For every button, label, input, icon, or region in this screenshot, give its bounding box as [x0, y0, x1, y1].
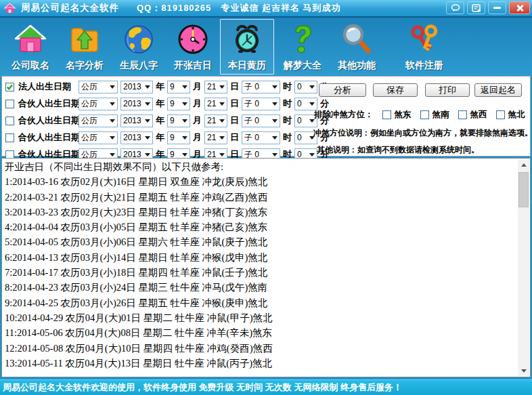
toolbar-label: 软件注册 [405, 60, 443, 72]
titlebar: 周易公司起名大全软件 QQ：819180265 专业诚信 起吉祥名 马到成功 [0, 0, 532, 18]
exclude-north-checkbox[interactable] [496, 110, 505, 119]
birthdate-row: 合伙人出生日期 公历 2013 年 9 月 21 日 子 0 时 0 分 [5, 97, 332, 110]
list-line: 5:2014-04-05 农历03月(小)06日 星期六 牡羊座 冲鼠(庚子)煞… [5, 234, 516, 249]
chevron-down-icon [182, 136, 187, 142]
calendar-select[interactable]: 公历 [79, 131, 118, 144]
unit-day: 日 [230, 81, 239, 93]
month-select[interactable]: 9 [167, 131, 190, 144]
year-select[interactable]: 2013 [120, 115, 153, 127]
birthdate-row: 合伙人出生日期 公历 2013 年 9 月 21 日 子 0 时 0 分 [5, 131, 332, 144]
toolbar-label: 本日黄历 [228, 60, 266, 72]
close-button[interactable] [509, 1, 530, 14]
row-checkbox[interactable] [5, 100, 14, 108]
app-house-icon [4, 3, 16, 14]
direction-note: 冲煞方位说明：例如坐向或方位为南方，就要排除煞南选项。 [313, 127, 532, 139]
list-text: 开业吉日（不同出生日期效果不同）以下只做参考: 1:2014-03-16 农历0… [5, 159, 516, 371]
toolbar-label: 开张吉日 [174, 60, 212, 72]
exclude-east-checkbox[interactable] [382, 110, 391, 119]
toolbar-item-other-functions[interactable]: 其他功能 [331, 19, 382, 75]
minute-select[interactable]: 0 [294, 98, 317, 110]
exclude-south-checkbox[interactable] [420, 110, 429, 119]
unit-year: 年 [156, 131, 164, 144]
list-line: 7:2014-04-17 农历03月(小)18日 星期四 牡羊座 冲鼠(壬子)煞… [5, 265, 516, 280]
exclude-option-west: 煞西 [458, 109, 487, 121]
toolbar-item-name-analysis[interactable]: 名字分析 [58, 19, 112, 75]
row-checkbox[interactable] [5, 83, 14, 91]
chevron-down-icon [145, 119, 150, 125]
toolbar-item-birth-bazi[interactable]: 生辰八字 [112, 19, 166, 75]
toolbar-item-dream-dictionary[interactable]: 解梦大全 [274, 19, 331, 75]
auspicious-days-list: 开业吉日（不同出生日期效果不同）以下只做参考: 1:2014-03-16 农历0… [1, 158, 531, 377]
toolbar-item-company-naming[interactable]: 公司取名 [3, 19, 58, 75]
window-controls [446, 1, 530, 14]
unit-month: 月 [193, 115, 202, 127]
list-line: 8:2014-04-23 农历03月(小)24日 星期三 牡牛座 冲马(戊午)煞… [5, 280, 516, 295]
year-select[interactable]: 2013 [120, 81, 153, 93]
question-mark-icon [286, 23, 319, 56]
year-select[interactable]: 2013 [120, 131, 153, 144]
minimize-icon [493, 7, 501, 9]
unit-year: 年 [156, 98, 164, 110]
hour-select[interactable]: 子 0 [242, 115, 280, 127]
hour-select[interactable]: 子 0 [242, 131, 280, 144]
day-select[interactable]: 21 [204, 81, 227, 93]
toolbar-label: 其他功能 [338, 60, 376, 72]
unit-month: 月 [193, 131, 202, 144]
chevron-down-icon [309, 102, 315, 108]
month-select[interactable]: 9 [167, 115, 190, 127]
hour-select[interactable]: 子 0 [242, 81, 280, 93]
list-line: 11:2014-05-06 农历04月(大)08日 星期二 牡牛座 冲羊(辛未)… [5, 325, 516, 340]
exclude-option-label: 煞东 [395, 109, 412, 121]
chat-icon[interactable] [446, 1, 464, 14]
day-select[interactable]: 21 [204, 131, 227, 144]
list-line: 1:2014-03-16 农历02月(大)16日 星期日 双鱼座 冲龙(庚辰)煞… [5, 174, 516, 189]
list-line: 2:2014-03-21 农历02月(大)21日 星期五 牡羊座 冲鸡(乙酉)煞… [5, 190, 516, 205]
vertical-scrollbar[interactable] [518, 159, 529, 376]
chevron-down-icon [219, 136, 225, 142]
app-title: 周易公司起名大全软件 [21, 2, 119, 14]
calendar-select[interactable]: 公历 [79, 98, 118, 110]
month-select[interactable]: 9 [167, 98, 190, 110]
toolbar-item-opening-day[interactable]: 开张吉日 [166, 19, 220, 75]
scrollbar-thumb[interactable] [518, 172, 529, 207]
unit-hour: 时 [283, 98, 292, 110]
row-label: 合伙人出生日期 [18, 131, 79, 144]
calendar-select[interactable]: 公历 [79, 115, 118, 127]
toolbar-item-software-register[interactable]: 软件注册 [392, 19, 457, 75]
list-line: 12:2014-05-08 农历04月(大)10日 星期四 牡牛座 冲鸡(癸酉)… [5, 341, 516, 356]
exclude-option-label: 煞西 [470, 109, 487, 121]
exclude-option-east: 煞东 [382, 109, 412, 121]
exclude-option-label: 煞北 [508, 109, 525, 121]
titlebar-qq: QQ：819180265 [137, 2, 211, 14]
print-button[interactable]: 打印 [425, 83, 470, 97]
chevron-down-icon [110, 136, 115, 142]
chevron-down-icon [219, 102, 225, 108]
exclude-west-checkbox[interactable] [458, 110, 467, 119]
toolbar-label: 解梦大全 [284, 60, 322, 72]
scroll-up-icon[interactable] [518, 159, 529, 170]
chevron-down-icon [182, 102, 187, 108]
row-checkbox[interactable] [5, 117, 14, 125]
day-select[interactable]: 21 [204, 115, 227, 127]
analyze-button[interactable]: 分析 [319, 83, 366, 97]
day-select[interactable]: 21 [204, 98, 227, 110]
calendar-select[interactable]: 公历 [79, 81, 118, 93]
keys-icon [408, 23, 441, 56]
minimize-button[interactable] [488, 1, 506, 14]
feedback-icon[interactable] [467, 1, 485, 14]
toolbar-item-today-almanac[interactable]: 本日黄历 [220, 19, 274, 75]
toolbar-label: 公司取名 [12, 60, 49, 72]
row-checkbox[interactable] [5, 133, 14, 142]
hour-select[interactable]: 子 0 [242, 98, 280, 110]
save-button[interactable]: 保存 [373, 83, 418, 97]
statusbar: 周易公司起名大全软件欢迎的使用，软件终身使用 免费升级 无时间 无次数 无网络限… [0, 379, 532, 395]
globe-icon [123, 23, 155, 56]
scroll-down-icon[interactable] [518, 365, 529, 376]
chevron-down-icon [110, 85, 115, 91]
month-select[interactable]: 9 [167, 81, 190, 93]
year-select[interactable]: 2013 [120, 98, 153, 110]
minute-select[interactable]: 0 [294, 81, 317, 93]
status-text: 周易公司起名大全软件欢迎的使用，软件终身使用 免费升级 无时间 无次数 无网络限… [3, 381, 402, 394]
birthdate-row: 法人出生日期 公历 2013 年 9 月 21 日 子 0 时 0 分 [5, 80, 332, 93]
return-naming-button[interactable]: 返回起名 [474, 83, 522, 97]
